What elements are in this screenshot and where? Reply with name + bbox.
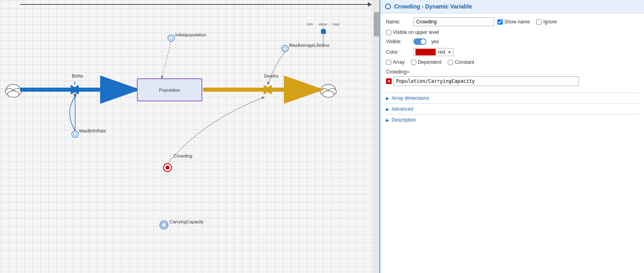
visible-upper-text: Visible on upper level [393, 29, 439, 35]
color-dropdown-arrow: ▼ [447, 50, 451, 55]
advanced-label: Advanced [392, 106, 413, 112]
color-row: Color: red ▼ [386, 48, 638, 56]
formula-label: Crowding= [386, 69, 638, 75]
births-valve [71, 82, 79, 98]
ignore-checkbox-label[interactable]: Ignore [536, 19, 557, 25]
panel-title: Crowding - Dynamic Variable [394, 3, 472, 10]
constant-label: Constant [455, 59, 474, 65]
advanced-arrow: ▶ [386, 107, 389, 111]
dependent-label: Dependent [418, 59, 442, 65]
population-text: Population [159, 88, 180, 92]
description-arrow: ▶ [386, 118, 389, 122]
color-box [415, 49, 436, 55]
canvas-area[interactable]: min value max [0, 0, 380, 273]
visible-upper-row: Visible on upper level [386, 29, 638, 35]
collapsible-sections: ▶ Array dimensions ▶ Advanced ▶ Descript… [386, 92, 638, 125]
name-row: Name: Show name Ignore [386, 17, 638, 26]
dependent-checkbox-label[interactable]: Dependent [411, 59, 442, 65]
show-name-label: Show name [504, 19, 530, 25]
ignore-checkbox[interactable] [536, 19, 541, 25]
cloud-right [320, 84, 336, 97]
svg-point-3 [8, 91, 19, 97]
initialpopulation-connector [162, 41, 171, 79]
array-checkbox[interactable] [386, 60, 391, 65]
cloud-left [5, 84, 21, 97]
diagram-svg[interactable]: Population Births Deaths Initialpopulati… [0, 0, 380, 273]
array-dimensions-label: Array dimensions [392, 95, 429, 101]
carryingcapacity-label: CarryingCapacity [170, 219, 204, 224]
array-checkbox-label[interactable]: Array [386, 59, 405, 65]
formula-section: Crowding= ✕ [386, 69, 638, 86]
visible-upper-checkbox[interactable] [386, 30, 391, 35]
svg-point-7 [323, 91, 334, 97]
deaths-label: Deaths [264, 74, 279, 78]
svg-point-17 [170, 36, 173, 40]
array-dimensions-arrow: ▶ [386, 96, 389, 101]
visible-toggle[interactable] [413, 38, 426, 45]
panel-header: Crowding - Dynamic Variable [380, 0, 644, 13]
ignore-label: Ignore [543, 19, 557, 25]
description-label: Description [392, 117, 416, 123]
crowding-canvas-label: Crowding [174, 153, 192, 158]
svg-point-21 [162, 223, 166, 227]
canvas-scrollbar-thumb[interactable] [374, 12, 380, 36]
maxavg-connector [268, 52, 285, 85]
dependent-checkbox[interactable] [411, 60, 416, 65]
svg-point-19 [73, 132, 77, 136]
initialpopulation-label: Initialpopulation [175, 32, 206, 37]
visible-upper-label[interactable]: Visible on upper level [386, 29, 439, 35]
deaths-valve [264, 85, 272, 94]
name-label: Name: [386, 19, 410, 25]
formula-input[interactable] [393, 76, 579, 86]
panel-content: Name: Show name Ignore Visible on upper … [380, 13, 644, 273]
canvas-scrollbar[interactable] [373, 0, 379, 273]
description-section[interactable]: ▶ Description [386, 114, 638, 125]
show-name-checkbox[interactable] [497, 19, 503, 25]
visible-label: Visible: [386, 39, 410, 44]
maxaveragelifetime-label: MaxAverageLifetime [289, 43, 329, 48]
array-label: Array [393, 59, 405, 65]
properties-panel: Crowding - Dynamic Variable Name: Show n… [380, 0, 644, 273]
advanced-section[interactable]: ▶ Advanced [386, 103, 638, 114]
visible-yes: yes [431, 39, 439, 44]
formula-error-icon: ✕ [386, 78, 392, 84]
births-label: Births [72, 74, 84, 78]
constant-checkbox[interactable] [448, 60, 453, 65]
color-text: red [438, 49, 445, 55]
svg-point-18 [283, 47, 287, 50]
color-swatch[interactable]: red ▼ [413, 48, 453, 56]
color-label: Color: [386, 49, 410, 55]
crowding-inner [166, 166, 170, 170]
checkboxes-row: Array Dependent Constant [386, 59, 638, 65]
formula-container: ✕ [386, 76, 638, 86]
show-name-checkbox-label[interactable]: Show name [497, 19, 530, 25]
births-maxbirth-connector [70, 97, 75, 131]
panel-icon [385, 4, 391, 9]
array-dimensions-section[interactable]: ▶ Array dimensions [386, 92, 638, 103]
constant-checkbox-label[interactable]: Constant [448, 59, 474, 65]
maxbirthrate-label: MaxBirthRate [79, 128, 106, 133]
visible-row: Visible: yes [386, 38, 638, 45]
name-input[interactable] [413, 17, 494, 26]
